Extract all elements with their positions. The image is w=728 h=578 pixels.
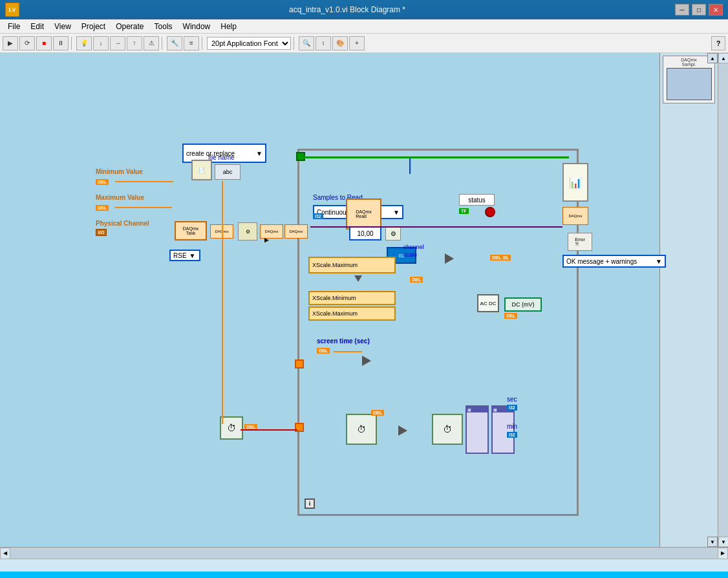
rse-dropdown[interactable]: RSE ▼ [169, 250, 200, 261]
toolbar-sep4 [294, 37, 296, 50]
tf-indicator: TF [459, 208, 469, 214]
menu-window[interactable]: Window [178, 21, 216, 32]
continuous-samples-arrow: ▼ [393, 209, 400, 216]
xscale-max2-label: XScale.Maximum [312, 310, 358, 317]
title-bar-left: LV [5, 3, 19, 17]
timer-block-right[interactable]: ⏱ [432, 414, 463, 445]
sec-terminal[interactable]: I32 [507, 405, 517, 411]
minimize-button[interactable]: ─ [675, 4, 689, 16]
settings-node[interactable]: ⚙ [385, 226, 401, 241]
maximum-value-terminal[interactable]: DBL [96, 205, 109, 211]
compare-node1 [445, 253, 454, 264]
toolbar-step-over[interactable]: → [110, 36, 125, 50]
toolbar-help[interactable]: ? [711, 36, 725, 50]
toolbar-run[interactable]: ▶ [3, 36, 18, 50]
timer-block-middle[interactable]: ⏱ [346, 414, 377, 445]
physical-channel-label: Physical Channel [96, 220, 149, 227]
daqmx-task-block[interactable]: DAQmxTask [175, 221, 207, 241]
min-terminal[interactable]: I32 [507, 432, 517, 438]
scroll-left-arrow[interactable]: ◀ [0, 548, 10, 559]
error-block[interactable]: Error?! [568, 233, 592, 251]
daqmx-right-block[interactable]: DAQmx [562, 207, 588, 225]
toolbar-colors[interactable]: 🎨 [332, 36, 348, 50]
toolbar-warn[interactable]: ⚠ [144, 36, 159, 50]
array-block1-header: ▦ [467, 407, 487, 412]
canvas-area[interactable]: DAQmx Sampl. ▲ ▼ i Minimum Value DBL Max… [0, 53, 728, 547]
rse-dropdown-arrow: ▼ [189, 252, 196, 259]
toolbar-clean[interactable]: 🔧 [167, 36, 182, 50]
toolbar-sep3 [202, 37, 204, 50]
scroll-up[interactable]: ▲ [707, 53, 718, 63]
menu-tools[interactable]: Tools [149, 21, 178, 32]
toolbar-step-into[interactable]: ↓ [93, 36, 109, 50]
abc-block[interactable]: abc [215, 164, 241, 180]
toolbar-sep2 [162, 37, 164, 50]
scroll-down-arrow[interactable]: ▼ [718, 537, 728, 547]
value-10-block[interactable]: 10,00 [349, 226, 381, 241]
screen-time-label: screen time (sec) [317, 337, 370, 345]
menu-project[interactable]: Project [76, 21, 111, 32]
minimum-value-terminal[interactable]: DBL [96, 179, 109, 185]
status-block[interactable]: status [459, 194, 495, 206]
timer-block-left[interactable]: ⏱ [220, 416, 243, 440]
daqmx-block4[interactable]: DAQmx [284, 224, 308, 239]
menu-file[interactable]: File [3, 21, 25, 32]
xscale-maximum-block[interactable]: XScale.Maximum [308, 257, 396, 273]
dc-mv-block[interactable]: DC (mV) [504, 297, 542, 312]
close-button[interactable]: ✕ [709, 4, 723, 16]
screen-time-triangle [362, 356, 371, 366]
dbl-channel-scale: DBL [410, 277, 423, 283]
toolbar-run-cont[interactable]: ⟳ [19, 36, 35, 50]
screen-time-terminal[interactable]: DBL [317, 348, 330, 354]
scroll-up-arrow[interactable]: ▲ [718, 53, 728, 63]
title-bar-controls: ─ □ ✕ [675, 4, 723, 16]
xscale-maximum-block2[interactable]: XScale.Maximum [308, 306, 396, 321]
dbl-after-compare: DBL [490, 255, 503, 261]
file-write-block[interactable]: 📄 [191, 160, 212, 180]
toolbar-abort[interactable]: ■ [36, 36, 52, 50]
wire-orange-v-left [222, 181, 223, 424]
dbl-dc-mv: DBL [504, 313, 517, 319]
chart-icon: 📊 [569, 177, 582, 189]
toolbar-sep1 [71, 37, 74, 50]
toolbar-pause[interactable]: ⏸ [53, 36, 69, 50]
menu-help[interactable]: Help [215, 21, 242, 32]
canvas-content: DAQmx Sampl. ▲ ▼ i Minimum Value DBL Max… [0, 53, 718, 547]
rse-label: RSE [173, 252, 187, 259]
toolbar-extra[interactable]: + [349, 36, 365, 50]
channel-label: channel [403, 244, 424, 250]
daqmx-read-block[interactable]: DAQmxRead [346, 198, 381, 230]
configure-block[interactable]: ⚙ [238, 222, 257, 241]
scroll-track[interactable] [718, 63, 728, 537]
ok-message-dropdown[interactable]: OK message + warnings ▼ [562, 255, 666, 268]
daqmx-read-label: DAQmxRead [356, 209, 372, 219]
toolbar-zoom[interactable]: 🔍 [299, 36, 314, 50]
scale-label: scale [403, 252, 417, 258]
loop-iteration-indicator: i [305, 498, 315, 509]
triangle-bottom [398, 425, 407, 436]
toolbar-highlight[interactable]: 💡 [76, 36, 92, 50]
scroll-down[interactable]: ▼ [707, 537, 718, 547]
samples-to-read-terminal[interactable]: I32 [313, 213, 323, 219]
toolbar-step-out[interactable]: ↑ [127, 36, 142, 50]
toolbar-align[interactable]: ≡ [184, 36, 199, 50]
array-block1-body [467, 412, 487, 453]
menu-operate[interactable]: Operate [111, 21, 149, 32]
physical-channel-terminal[interactable]: I/O [96, 229, 107, 236]
xscale-arrow-down [354, 275, 362, 282]
scroll-right-arrow[interactable]: ▶ [718, 548, 728, 559]
restore-button[interactable]: □ [692, 4, 706, 16]
xscale-minimum-block[interactable]: XScale.Minimum [308, 291, 396, 305]
font-selector[interactable]: 20pt Application Font [207, 37, 291, 50]
play-triangle: ▶ [259, 235, 274, 244]
ok-message-arrow: ▼ [656, 258, 662, 265]
menu-view[interactable]: View [49, 21, 76, 32]
ac-dc-block[interactable]: AC DC [477, 294, 499, 312]
array-block1[interactable]: ▦ [466, 405, 489, 454]
menu-edit[interactable]: Edit [25, 21, 49, 32]
loop-connection-bottom [295, 359, 304, 369]
waveform-chart-block[interactable]: 📊 [562, 163, 588, 202]
app-icon: LV [5, 3, 19, 17]
toolbar-reorder[interactable]: ↕ [316, 36, 331, 50]
bottom-scroll-track[interactable] [10, 548, 718, 559]
